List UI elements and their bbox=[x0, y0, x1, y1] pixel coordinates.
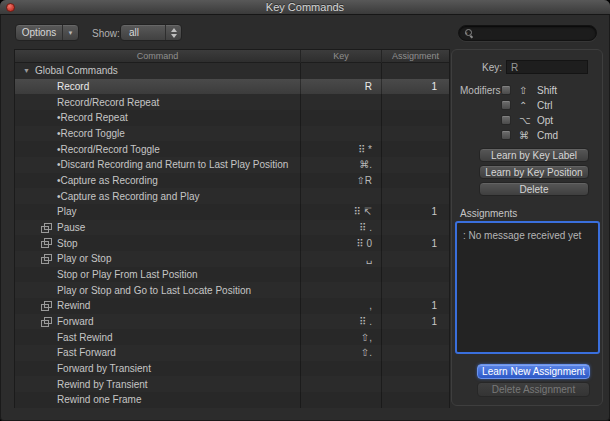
learn-by-key-position-button[interactable]: Learn by Key Position bbox=[479, 165, 589, 179]
key-cell: ⠿ ↸ bbox=[300, 204, 381, 220]
opt-checkbox[interactable] bbox=[501, 115, 511, 125]
command-label: Pause bbox=[57, 222, 85, 233]
command-label: Record bbox=[57, 81, 89, 92]
assignments-label: Assignments bbox=[460, 208, 517, 219]
assignments-box[interactable]: : No message received yet bbox=[455, 221, 600, 354]
delete-button[interactable]: Delete bbox=[479, 182, 589, 196]
key-cell bbox=[300, 110, 381, 126]
search-input[interactable] bbox=[471, 26, 603, 40]
key-cell bbox=[300, 126, 381, 142]
table-row[interactable]: ▼ Global Commands bbox=[15, 63, 449, 79]
command-cell: Forward by Transient bbox=[15, 361, 300, 377]
column-header-assignment: Assignment bbox=[381, 50, 449, 63]
command-cell: Pause bbox=[15, 220, 300, 236]
table-row[interactable]: Record/Record Repeat bbox=[15, 94, 449, 110]
key-cell: ⠿ * bbox=[300, 141, 381, 157]
modifiers-label: Modifiers: bbox=[460, 85, 503, 96]
command-cell: Record/Record Repeat bbox=[15, 94, 300, 110]
table-header: Command Key Assignment bbox=[15, 50, 449, 63]
command-label: Fast Forward bbox=[57, 347, 116, 358]
table-row[interactable]: Fast Forward ⇧. bbox=[15, 345, 449, 361]
command-label: Forward by Transient bbox=[57, 363, 151, 374]
command-label: •Capture as Recording and Play bbox=[57, 191, 199, 202]
table-row[interactable]: •Record Repeat bbox=[15, 110, 449, 126]
command-label: •Discard Recording and Return to Last Pl… bbox=[57, 159, 288, 170]
table-row[interactable]: Stop ⠿ 0 1 bbox=[15, 235, 449, 251]
table-row[interactable]: Rewind one Frame bbox=[15, 392, 449, 408]
command-label: Play or Stop and Go to Last Locate Posit… bbox=[57, 285, 251, 296]
options-button[interactable]: Options ▼ bbox=[15, 24, 79, 41]
opt-symbol-icon: ⌥ bbox=[519, 115, 537, 126]
cmd-symbol-icon: ⌘ bbox=[519, 130, 537, 141]
command-label: Rewind one Frame bbox=[57, 394, 141, 405]
cmd-checkbox[interactable] bbox=[501, 130, 511, 140]
command-cell: •Capture as Recording bbox=[15, 173, 300, 189]
assignment-cell bbox=[381, 188, 449, 204]
assignments-message: : No message received yet bbox=[463, 230, 581, 241]
opt-label: Opt bbox=[537, 115, 553, 126]
command-cell: •Record/Record Toggle bbox=[15, 141, 300, 157]
table-row[interactable]: Pause ⠿ . bbox=[15, 220, 449, 236]
command-label: •Record Toggle bbox=[57, 128, 125, 139]
key-commands-window: Key Commands Options ▼ Show: all ▾ Comma… bbox=[0, 0, 610, 421]
command-cell: Record bbox=[15, 79, 300, 95]
table-row[interactable]: Record R 1 bbox=[15, 79, 449, 95]
table-row[interactable]: Forward ⠿ . 1 bbox=[15, 314, 449, 330]
search-field[interactable]: ▾ bbox=[458, 25, 597, 41]
assignment-cell bbox=[381, 251, 449, 267]
disclosure-triangle-icon[interactable]: ▼ bbox=[23, 67, 35, 74]
table-row[interactable]: Rewind , 1 bbox=[15, 298, 449, 314]
table-row[interactable]: Rewind by Transient bbox=[15, 376, 449, 392]
title-bar[interactable]: Key Commands bbox=[0, 0, 610, 15]
assignment-cell bbox=[381, 110, 449, 126]
table-row[interactable]: •Discard Recording and Return to Last Pl… bbox=[15, 157, 449, 173]
key-label: Key: bbox=[482, 62, 502, 73]
show-filter-popup[interactable]: all bbox=[120, 24, 182, 41]
table-row[interactable]: Play ⠿ ↸ 1 bbox=[15, 204, 449, 220]
table-row[interactable]: •Capture as Recording and Play bbox=[15, 188, 449, 204]
table-row[interactable]: •Record/Record Toggle ⠿ * bbox=[15, 141, 449, 157]
command-cell: Rewind bbox=[15, 298, 300, 314]
key-cell: ⠿ . bbox=[300, 220, 381, 236]
table-row[interactable]: Fast Rewind ⇧, bbox=[15, 329, 449, 345]
ctrl-checkbox[interactable] bbox=[501, 100, 511, 110]
assignment-cell bbox=[381, 173, 449, 189]
key-cell bbox=[300, 94, 381, 110]
controller-assignment-icon bbox=[41, 238, 52, 248]
table-row[interactable]: •Record Toggle bbox=[15, 126, 449, 142]
assignment-cell bbox=[381, 157, 449, 173]
shift-checkbox[interactable] bbox=[501, 85, 511, 95]
table-row[interactable]: Play or Stop ␣ bbox=[15, 251, 449, 267]
ctrl-label: Ctrl bbox=[537, 100, 553, 111]
command-label: Fast Rewind bbox=[57, 332, 113, 343]
stepper-arrows-icon bbox=[166, 28, 181, 38]
command-cell: •Capture as Recording and Play bbox=[15, 188, 300, 204]
command-cell: •Record Repeat bbox=[15, 110, 300, 126]
learn-new-assignment-button[interactable]: Learn New Assignment bbox=[477, 364, 590, 379]
shift-label: Shift bbox=[537, 85, 557, 96]
command-cell: Stop bbox=[15, 235, 300, 251]
assignment-cell bbox=[381, 220, 449, 236]
command-label: Record/Record Repeat bbox=[57, 97, 159, 108]
table-row[interactable]: Forward by Transient bbox=[15, 361, 449, 377]
command-cell: Rewind one Frame bbox=[15, 392, 300, 408]
assignment-cell: 1 bbox=[381, 204, 449, 220]
key-cell: ⠿ . bbox=[300, 314, 381, 330]
assignment-cell bbox=[381, 267, 449, 283]
controller-assignment-icon bbox=[41, 254, 52, 264]
learn-by-key-label-button[interactable]: Learn by Key Label bbox=[479, 148, 589, 162]
command-cell: ▼ Global Commands bbox=[15, 63, 300, 79]
command-cell: Fast Forward bbox=[15, 345, 300, 361]
modifier-row-ctrl: ⌃ Ctrl bbox=[501, 99, 553, 111]
controller-assignment-icon bbox=[41, 223, 52, 233]
key-value-field[interactable]: R bbox=[506, 60, 588, 74]
command-label: Global Commands bbox=[35, 65, 118, 76]
table-row[interactable]: •Capture as Recording ⇧R bbox=[15, 173, 449, 189]
command-cell: Fast Rewind bbox=[15, 329, 300, 345]
show-filter-value: all bbox=[121, 27, 165, 38]
shift-symbol-icon: ⇧ bbox=[519, 85, 537, 96]
command-cell: Forward bbox=[15, 314, 300, 330]
table-row[interactable]: Play or Stop and Go to Last Locate Posit… bbox=[15, 282, 449, 298]
command-label: Forward bbox=[57, 316, 94, 327]
table-row[interactable]: Stop or Play From Last Position bbox=[15, 267, 449, 283]
